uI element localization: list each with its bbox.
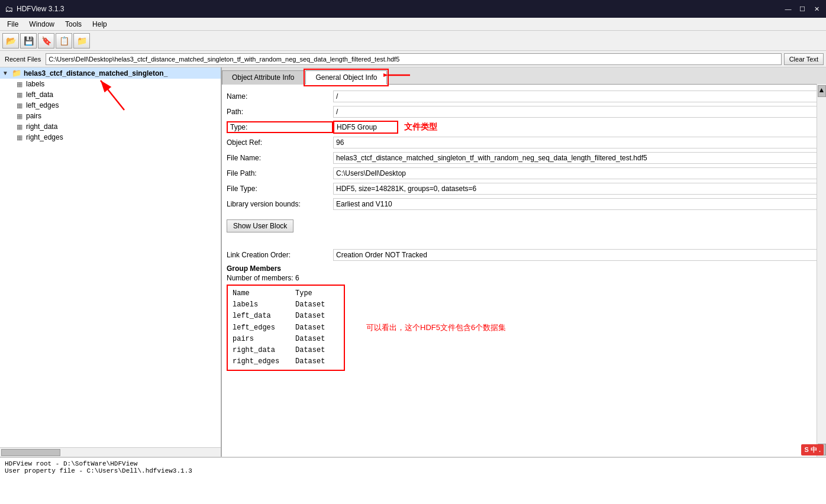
sogou-badge: S 中 . [801,444,824,455]
members-col-type-header: Type [295,288,312,299]
expand-arrow-icon: ▼ [2,70,8,76]
clear-text-button[interactable]: Clear Text [784,53,824,65]
filetype-value: HDF5, size=148281K, groups=0, datasets=6 [333,183,821,195]
menu-file[interactable]: File [2,19,23,30]
tab-general-object-label: General Object Info [315,73,377,82]
recent-files-label: Recent Files [2,56,43,63]
tree-root-label: helas3_ctcf_distance_matched_singleton_ [24,69,167,77]
name-label: Name: [227,92,333,101]
tree-root-item[interactable]: ▼ 📁 helas3_ctcf_distance_matched_singlet… [0,67,221,79]
member-type-left-data: Dataset [295,311,325,322]
member-name-left-edges: left_edges [233,322,286,334]
group-section: Group Members Number of members: 6 Name … [227,264,821,371]
filename-row: File Name: helas3_ctcf_distance_matched_… [227,151,821,165]
maximize-button[interactable]: ☐ [798,4,807,14]
libver-row: Library version bounds: Earliest and V11… [227,197,821,211]
path-label: Path: [227,108,333,116]
tree-label-pairs: pairs [26,112,41,120]
log-line-1: HDFView root - D:\SoftWare\HDFView [5,460,821,467]
path-row: Path: / [227,105,821,119]
filepath-row: File Path: C:\Users\Dell\Desktop [227,166,821,180]
type-row: Type: HDF5 Group 文件类型 [227,120,821,134]
addressbar: Recent Files Clear Text [0,51,826,67]
grid-icon-pairs: ▦ [17,112,22,120]
member-type-left-edges: Dataset [295,322,325,334]
filetype-row: File Type: HDF5, size=148281K, groups=0,… [227,182,821,196]
members-col-name-header: Name [233,288,286,299]
link-order-value: Creation Order NOT Tracked [333,249,821,261]
tree-item-pairs[interactable]: ▦ pairs [0,111,221,121]
type-label: Type: [227,121,333,133]
type-value: HDF5 Group [333,121,398,134]
address-input[interactable] [46,53,782,65]
type-annotation: 文件类型 [404,122,437,133]
menubar: File Window Tools Help [0,18,826,31]
horizontal-scrollbar[interactable] [0,447,221,457]
folder-button[interactable]: 📁 [73,33,90,49]
members-table: Name Type labels Dataset left_data Datas… [227,285,345,371]
tree-label-left-data: left_data [26,91,53,99]
tree-label-right-data: right_data [26,122,57,131]
member-row-right-data: right_data Dataset [233,345,339,356]
minimize-button[interactable]: — [783,4,793,14]
right-panel: Object Attribute Info General Object Inf… [222,67,826,457]
member-row-left-data: left_data Dataset [233,311,339,322]
objref-label: Object Ref: [227,138,333,147]
filename-value: helas3_ctcf_distance_matched_singleton_t… [333,152,821,164]
member-type-labels: Dataset [295,299,325,311]
tree-item-left-data[interactable]: ▦ left_data [0,89,221,100]
members-table-wrapper: Name Type labels Dataset left_data Datas… [227,285,821,371]
member-type-right-edges: Dataset [295,356,325,367]
tree-item-labels[interactable]: ▦ labels [0,79,221,89]
members-annotation: 可以看出，这个HDF5文件包含6个数据集 [366,322,506,333]
libver-label: Library version bounds: [227,200,333,208]
scroll-thumb[interactable] [1,449,60,456]
link-order-label: Link Creation Order: [227,251,333,259]
grid-icon-left-data: ▦ [17,91,22,99]
tree-item-left-edges[interactable]: ▦ left_edges [0,100,221,111]
member-name-right-edges: right_edges [233,356,286,367]
member-row-pairs: pairs Dataset [233,334,339,345]
close-button[interactable]: ✕ [812,4,821,14]
member-row-right-edges: right_edges Dataset [233,356,339,367]
num-members-label: Number of members: 6 [227,274,821,282]
libver-value: Earliest and V110 [333,198,821,210]
tree-label-right-edges: right_edges [26,133,63,141]
group-members-title: Group Members [227,264,821,273]
titlebar-left: 🗂 HDFView 3.1.3 [5,4,64,14]
spacer [227,241,821,248]
tab-content-general: Name: / Path: / Type: HDF5 Group 文件类型 [222,85,826,457]
vertical-scrollbar[interactable]: ▲ ▼ [817,84,826,457]
main-content: ▼ 📁 helas3_ctcf_distance_matched_singlet… [0,67,826,457]
filetype-label: File Type: [227,185,333,193]
objref-value: 96 [333,137,821,148]
tab-annotation-arrow [383,67,413,84]
menu-window[interactable]: Window [24,19,59,30]
tab-general-object[interactable]: General Object Info [305,70,387,85]
member-type-right-data: Dataset [295,345,325,356]
log-line-2: User property file - C:\Users\Dell\.hdfv… [5,467,821,474]
show-user-block-button[interactable]: Show User Block [227,219,293,232]
toolbar: 📂 💾 🔖 📋 📁 [0,31,826,51]
show-user-block-wrapper: Show User Block [227,215,821,237]
member-name-left-data: left_data [233,311,286,322]
open-button[interactable]: 📂 [2,33,19,49]
menu-help[interactable]: Help [88,19,112,30]
tree-item-right-edges[interactable]: ▦ right_edges [0,132,221,143]
filepath-value: C:\Users\Dell\Desktop [333,167,821,179]
member-row-labels: labels Dataset [233,299,339,311]
scroll-up-arrow[interactable]: ▲ [818,85,826,97]
bookmark-button[interactable]: 🔖 [38,33,54,49]
copy-button[interactable]: 📋 [56,33,72,49]
save-button[interactable]: 💾 [20,33,37,49]
folder-icon: 📁 [12,69,21,77]
member-name-pairs: pairs [233,334,286,345]
titlebar: 🗂 HDFView 3.1.3 — ☐ ✕ [0,0,826,18]
tab-object-attribute[interactable]: Object Attribute Info [222,70,304,85]
tree-item-right-data[interactable]: ▦ right_data [0,121,221,132]
menu-tools[interactable]: Tools [60,19,86,30]
tree-label-labels: labels [26,80,44,88]
app-icon: 🗂 [5,4,13,14]
link-order-row: Link Creation Order: Creation Order NOT … [227,248,821,262]
tabs-bar: Object Attribute Info General Object Inf… [222,67,826,85]
